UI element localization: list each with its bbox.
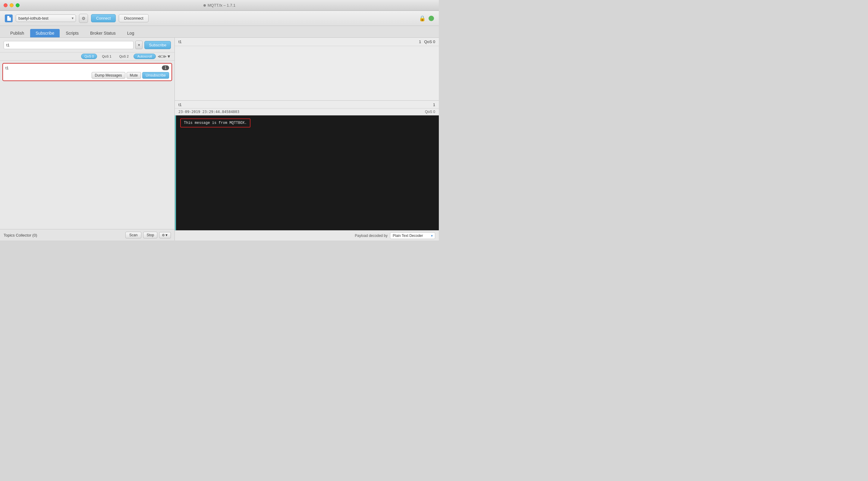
message-text-box: This message is from MQTTBOX. — [180, 119, 250, 127]
qos-autoscroll-bar: QoS 0 QoS 1 QoS 2 Autoscroll ≪≫▼ — [0, 53, 175, 61]
titlebar: MQTT.fx – 1.7.1 — [0, 0, 439, 11]
topic-dropdown-button[interactable]: ▼ — [135, 41, 143, 49]
message-content-area: This message is from MQTTBOX. — [176, 116, 439, 230]
subscription-actions: Dump Messages Mute Unsubscribe — [5, 72, 169, 79]
lower-msg-header: t1 1 — [175, 101, 439, 108]
upper-topic: t1 — [179, 39, 182, 44]
settings-button[interactable]: ⚙ — [79, 14, 88, 23]
dump-messages-button[interactable]: Dump Messages — [92, 72, 125, 79]
window-controls — [4, 3, 20, 7]
disconnect-button[interactable]: Disconnect — [119, 14, 148, 22]
scan-button[interactable]: Scan — [125, 232, 141, 238]
connection-status-dot — [429, 16, 434, 21]
message-timestamp: 23-09-2019 23:29:44.84584803 — [179, 110, 239, 114]
tab-log[interactable]: Log — [122, 29, 140, 37]
lower-qos: QoS 0 — [425, 110, 435, 114]
subscription-item-header: t1 1 — [5, 65, 169, 70]
lower-header-right: 1 — [433, 102, 435, 107]
lower-msg-meta: 23-09-2019 23:29:44.84584803 QoS 0 — [175, 108, 439, 116]
upper-qos: QoS 0 — [424, 39, 435, 44]
empty-message-area — [175, 46, 439, 100]
right-panel: t1 1 QoS 0 t1 1 — [175, 38, 439, 241]
upper-right-header: t1 1 QoS 0 — [175, 38, 439, 46]
qos1-button[interactable]: QoS 1 — [99, 54, 114, 59]
payload-decoded-label: Payload decoded by — [355, 233, 388, 238]
toolbar: baetyl-iothub-test ⚙ Connect Disconnect … — [0, 11, 439, 26]
file-icon — [5, 14, 13, 22]
mute-button[interactable]: Mute — [127, 72, 141, 79]
topic-input[interactable] — [4, 41, 133, 49]
qos2-button[interactable]: QoS 2 — [116, 54, 132, 59]
tab-publish[interactable]: Publish — [5, 29, 30, 37]
subscriptions-area: t1 1 Dump Messages Mute Unsubscribe — [0, 61, 175, 229]
subscribe-bar: ▼ Subscribe — [0, 38, 175, 53]
payload-decoder-selector[interactable]: Plain Text DecoderBase64 DecoderHex Deco… — [390, 232, 435, 239]
lock-icon: 🔒 — [419, 15, 426, 22]
subscription-badge: 1 — [162, 65, 169, 70]
payload-decoder-selector-wrap[interactable]: Plain Text DecoderBase64 DecoderHex Deco… — [390, 232, 435, 239]
topics-collector: Topics Collector (0) Scan Stop ⚙▼ — [0, 229, 175, 241]
right-panel-inner: t1 1 QoS 0 t1 1 — [175, 38, 439, 241]
upper-right-meta: 1 QoS 0 — [419, 39, 435, 44]
close-button[interactable] — [4, 3, 7, 7]
payload-footer: Payload decoded by Plain Text DecoderBas… — [175, 230, 439, 241]
settings-icon: ⚙▼ — [162, 233, 168, 237]
connection-selector[interactable]: baetyl-iothub-test — [16, 14, 76, 22]
maximize-button[interactable] — [16, 3, 20, 7]
nav-tabs: Publish Subscribe Scripts Broker Status … — [0, 26, 439, 38]
main-area: ▼ Subscribe QoS 0 QoS 1 QoS 2 Autoscroll… — [0, 38, 439, 241]
topics-collector-label: Topics Collector (0) — [4, 233, 124, 237]
lower-msg-right: QoS 0 — [425, 110, 435, 114]
app-title: MQTT.fx – 1.7.1 — [204, 3, 236, 7]
stop-button[interactable]: Stop — [143, 232, 157, 238]
minimize-button[interactable] — [10, 3, 13, 7]
autoscroll-button[interactable]: Autoscroll — [133, 54, 156, 59]
tab-scripts[interactable]: Scripts — [60, 29, 84, 37]
lower-right-content: This message is from MQTTBOX. — [175, 116, 439, 230]
connection-selector-wrap[interactable]: baetyl-iothub-test — [16, 14, 76, 22]
broadcast-icon-button[interactable]: ≪≫▼ — [158, 54, 171, 59]
subscription-item: t1 1 Dump Messages Mute Unsubscribe — [2, 63, 172, 81]
left-panel: ▼ Subscribe QoS 0 QoS 1 QoS 2 Autoscroll… — [0, 38, 175, 241]
broadcast-icon: ≪≫ — [158, 54, 167, 59]
message-text: This message is from MQTTBOX. — [184, 121, 247, 125]
connect-button[interactable]: Connect — [91, 14, 116, 22]
unsubscribe-button[interactable]: Unsubscribe — [142, 72, 169, 79]
tab-broker-status[interactable]: Broker Status — [85, 29, 121, 37]
qos0-button[interactable]: QoS 0 — [81, 54, 97, 59]
subscription-topic: t1 — [5, 66, 9, 70]
topics-settings-button[interactable]: ⚙▼ — [159, 232, 171, 238]
upper-count: 1 — [419, 39, 421, 44]
lower-topic: t1 — [179, 102, 182, 107]
lower-message-block: t1 1 23-09-2019 23:29:44.84584803 QoS 0 — [175, 101, 439, 230]
subscribe-button[interactable]: Subscribe — [144, 41, 171, 49]
tab-subscribe[interactable]: Subscribe — [30, 29, 60, 37]
lower-count: 1 — [433, 102, 435, 107]
